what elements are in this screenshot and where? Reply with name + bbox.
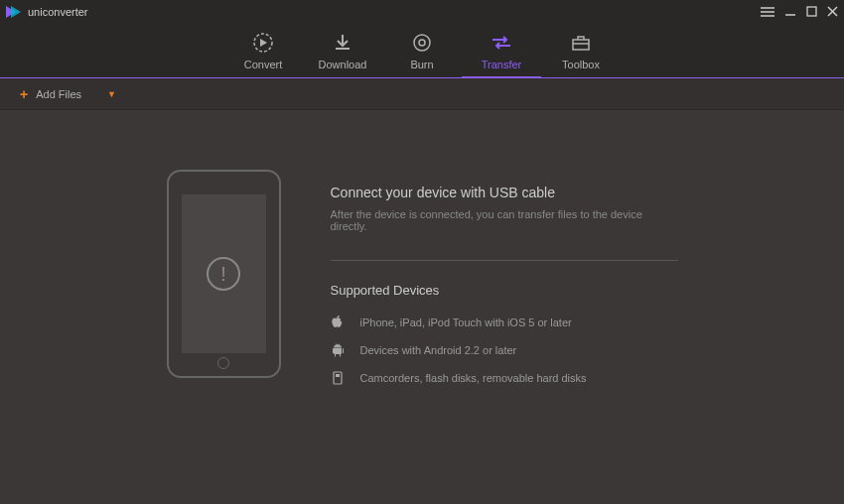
tab-label: Convert [244, 59, 283, 70]
svg-rect-15 [334, 372, 342, 384]
svg-marker-1 [11, 6, 21, 18]
transfer-icon [490, 32, 513, 54]
toolbar: + Add Files ▼ [0, 78, 844, 110]
supported-title: Supported Devices [331, 283, 678, 298]
svg-point-11 [414, 35, 430, 51]
close-icon[interactable] [827, 5, 838, 19]
app-name: uniconverter [28, 6, 88, 18]
device-screen: ! [182, 194, 266, 353]
device-text: Camcorders, flash disks, removable hard … [360, 372, 587, 384]
convert-icon [252, 32, 274, 54]
device-text: iPhone, iPad, iPod Touch with iOS 5 or l… [360, 316, 572, 328]
connect-desc: After the device is connected, you can t… [331, 208, 678, 232]
tab-label: Download [319, 59, 367, 70]
device-text: Devices with Android 2.2 or later [360, 344, 517, 356]
svg-rect-6 [807, 7, 816, 16]
titlebar-left: uniconverter [6, 6, 88, 18]
tab-label: Burn [410, 59, 433, 70]
tab-toolbox[interactable]: Toolbox [541, 24, 621, 77]
maximize-icon[interactable] [806, 5, 817, 19]
add-files-button[interactable]: + Add Files ▼ [20, 86, 116, 102]
chevron-down-icon: ▼ [107, 89, 116, 99]
tab-label: Toolbox [562, 59, 600, 70]
main-tabs: Convert Download Burn Transfer Toolbox [0, 24, 844, 78]
disk-icon [331, 371, 345, 385]
device-illustration: ! [167, 170, 281, 378]
app-logo-icon [6, 6, 22, 18]
tab-convert[interactable]: Convert [223, 24, 303, 77]
add-files-label: Add Files [36, 88, 81, 100]
menu-icon[interactable] [761, 5, 774, 19]
tab-download[interactable]: Download [303, 24, 382, 77]
window-controls [761, 5, 838, 19]
minimize-icon[interactable] [784, 5, 796, 19]
svg-rect-13 [573, 40, 589, 50]
svg-marker-10 [260, 39, 267, 47]
info-section: Connect your device with USB cable After… [331, 170, 678, 399]
tab-label: Transfer [482, 59, 522, 70]
device-row-other: Camcorders, flash disks, removable hard … [331, 371, 678, 385]
android-icon [331, 343, 345, 357]
tab-transfer[interactable]: Transfer [462, 24, 541, 77]
device-row-android: Devices with Android 2.2 or later [331, 343, 678, 357]
connect-title: Connect your device with USB cable [331, 185, 678, 200]
plus-icon: + [20, 86, 28, 102]
titlebar: uniconverter [0, 0, 844, 24]
svg-point-12 [419, 40, 425, 46]
burn-icon [412, 32, 432, 54]
download-icon [333, 32, 352, 54]
tab-burn[interactable]: Burn [382, 24, 462, 77]
apple-icon [331, 315, 345, 329]
toolbox-icon [571, 32, 591, 54]
device-home-button [217, 357, 229, 369]
content-area: ! Connect your device with USB cable Aft… [0, 110, 844, 399]
svg-rect-16 [336, 374, 340, 377]
divider [331, 260, 678, 261]
device-row-ios: iPhone, iPad, iPod Touch with iOS 5 or l… [331, 315, 678, 329]
alert-icon: ! [207, 257, 240, 291]
